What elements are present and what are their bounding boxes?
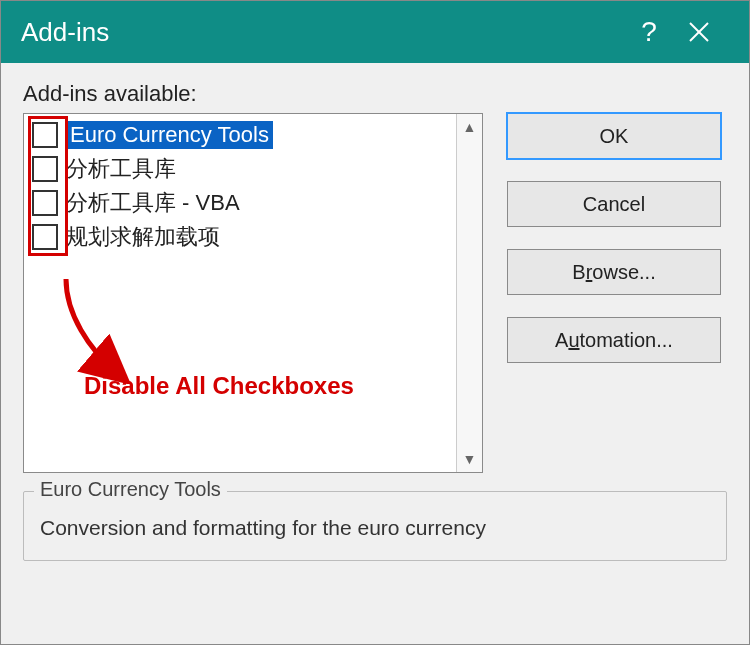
addin-row-solver[interactable]: 规划求解加载项: [24, 220, 456, 254]
close-button[interactable]: [669, 20, 729, 44]
addin-label: 规划求解加载项: [66, 222, 220, 252]
addin-row-euro[interactable]: Euro Currency Tools: [24, 118, 456, 152]
addin-label: 分析工具库: [66, 154, 176, 184]
scroll-down-icon[interactable]: ▼: [463, 452, 477, 466]
description-body: Conversion and formatting for the euro c…: [40, 516, 710, 540]
main-row: Euro Currency Tools 分析工具库 分析工具库 - VBA 规划…: [23, 113, 727, 473]
dialog-title: Add-ins: [21, 17, 629, 48]
ok-button[interactable]: OK: [507, 113, 721, 159]
annotation-text: Disable All Checkboxes: [84, 372, 354, 400]
description-title: Euro Currency Tools: [34, 478, 227, 501]
browse-button[interactable]: Browse...: [507, 249, 721, 295]
addins-dialog: Add-ins ? Add-ins available: Euro Curren…: [0, 0, 750, 645]
scrollbar[interactable]: ▲ ▼: [456, 114, 482, 472]
cancel-button[interactable]: Cancel: [507, 181, 721, 227]
addin-label: Euro Currency Tools: [66, 121, 273, 149]
checkbox-solver[interactable]: [32, 224, 58, 250]
titlebar: Add-ins ?: [1, 1, 749, 63]
help-button[interactable]: ?: [629, 16, 669, 48]
addin-row-analysis[interactable]: 分析工具库: [24, 152, 456, 186]
annotation-arrow-icon: [54, 274, 134, 384]
close-icon: [687, 20, 711, 44]
checkbox-analysis[interactable]: [32, 156, 58, 182]
addins-listbox[interactable]: Euro Currency Tools 分析工具库 分析工具库 - VBA 规划…: [23, 113, 483, 473]
addin-label: 分析工具库 - VBA: [66, 188, 240, 218]
checkbox-euro[interactable]: [32, 122, 58, 148]
addin-row-analysis-vba[interactable]: 分析工具库 - VBA: [24, 186, 456, 220]
addins-list-inner: Euro Currency Tools 分析工具库 分析工具库 - VBA 规划…: [24, 114, 456, 472]
scroll-up-icon[interactable]: ▲: [463, 120, 477, 134]
button-column: OK Cancel Browse... Automation...: [507, 113, 721, 363]
automation-button[interactable]: Automation...: [507, 317, 721, 363]
dialog-body: Add-ins available: Euro Currency Tools 分…: [1, 63, 749, 644]
available-label: Add-ins available:: [23, 81, 727, 107]
description-group: Euro Currency Tools Conversion and forma…: [23, 491, 727, 561]
checkbox-analysis-vba[interactable]: [32, 190, 58, 216]
